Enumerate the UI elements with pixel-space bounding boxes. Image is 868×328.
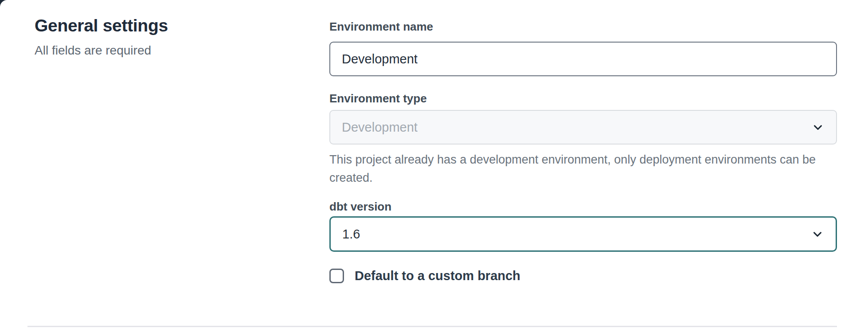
environment-name-input[interactable]: [329, 42, 837, 76]
dbt-version-select[interactable]: 1.6: [329, 216, 837, 252]
dbt-version-label: dbt version: [329, 199, 837, 214]
chevron-down-icon: [811, 227, 824, 241]
page-subtitle: All fields are required: [35, 43, 283, 59]
custom-branch-checkbox[interactable]: [329, 269, 344, 283]
custom-branch-row: Default to a custom branch: [329, 269, 837, 283]
settings-card: General settings All fields are required…: [0, 0, 868, 328]
chevron-down-icon: [811, 121, 825, 134]
environment-type-select: Development: [329, 110, 837, 144]
page-title: General settings: [35, 15, 283, 36]
dbt-version-value: 1.6: [342, 227, 360, 242]
environment-type-label: Environment type: [329, 91, 837, 105]
general-settings-form: Environment name Environment type Develo…: [329, 20, 837, 283]
section-divider: [27, 326, 837, 327]
custom-branch-label: Default to a custom branch: [355, 269, 520, 283]
section-header: General settings All fields are required: [35, 15, 283, 59]
environment-type-helper-text: This project already has a development e…: [329, 151, 828, 187]
environment-type-value: Development: [342, 120, 418, 135]
environment-name-label: Environment name: [329, 20, 837, 34]
